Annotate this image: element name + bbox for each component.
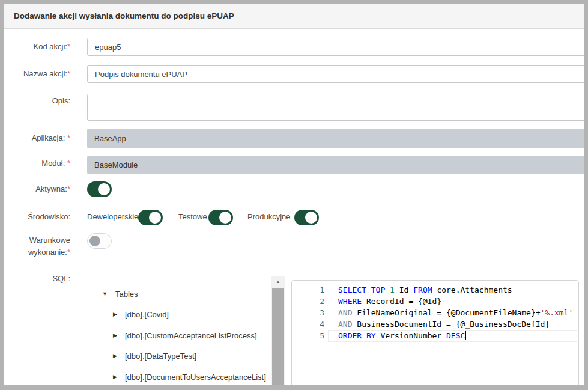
line-number: 5 (292, 330, 324, 341)
dialog-title: Dodawanie akcji wysłania dokumentu do po… (14, 11, 234, 20)
tree-item[interactable]: ▶ [dbo].[DataTypeTest] (0, 352, 270, 362)
code-text: AND FileNameOriginal = {@DocumentFileNam… (338, 307, 573, 318)
scrollbar-thumb[interactable] (272, 288, 284, 386)
warunkowe-label: Warunkowe wykonanie:* (0, 234, 70, 258)
required-mark: * (67, 133, 70, 142)
code-text: WHERE RecordId = {@Id} (338, 296, 441, 307)
testowe-toggle[interactable] (208, 210, 233, 225)
kod-akcji-input[interactable] (87, 38, 588, 56)
line-number: 2 (292, 296, 324, 307)
line-number: 1 (292, 284, 324, 296)
srodowisko-label: Środowisko: (0, 212, 70, 222)
required-mark: * (67, 69, 70, 78)
dialog: Dodawanie akcji wysłania dokumentu do po… (0, 0, 588, 390)
aktywna-label: Aktywna:* (0, 184, 70, 194)
aplikacja-label: Aplikacja: * (0, 133, 70, 143)
expand-arrow-icon[interactable]: ▶ (113, 311, 117, 317)
tree-item-label: Tables (115, 290, 138, 299)
code-text: ORDER BY VersionNumber DESC (338, 330, 466, 341)
tree-item-label: [dbo].[DocumentToUsersAcceptanceList] (125, 373, 266, 382)
modul-input (87, 156, 588, 174)
tree-item[interactable]: ▶ [dbo].[Covid] (0, 310, 270, 320)
scroll-up-button[interactable]: ▲ (271, 276, 285, 286)
tree-item[interactable]: ▶ [dbo].[DocumentToUsersAcceptanceList] (0, 373, 270, 383)
tree-scrollbar[interactable]: ▲ (271, 276, 285, 386)
required-mark: * (67, 42, 70, 51)
tree-item-label: [dbo].[DataTypeTest] (125, 352, 196, 361)
code-lines: 1 SELECT TOP 1 Id FROM core.Attachments … (292, 284, 578, 341)
produkcyjne-toggle[interactable] (294, 210, 319, 225)
opis-textarea[interactable] (87, 94, 588, 121)
tree-item-tables[interactable]: ▼ Tables (0, 290, 270, 300)
tree-item-label: [dbo].[Covid] (125, 310, 169, 319)
tree-item-label: [dbo].[CustomAcceptanceListProcess] (125, 331, 257, 340)
opis-label: Opis: (0, 96, 70, 106)
line-number: 3 (292, 307, 324, 318)
dialog-header: Dodawanie akcji wysłania dokumentu do po… (4, 4, 584, 29)
sql-label: SQL: (0, 274, 70, 284)
deweloperskie-toggle[interactable] (138, 210, 163, 225)
code-text: SELECT TOP 1 Id FROM core.Attachments (338, 284, 512, 296)
aktywna-toggle[interactable] (87, 181, 112, 197)
code-line: 1 SELECT TOP 1 Id FROM core.Attachments (292, 284, 578, 296)
warunkowe-toggle[interactable] (87, 233, 112, 249)
sql-code-editor[interactable]: 1 SELECT TOP 1 Id FROM core.Attachments … (291, 280, 579, 390)
modul-label: Moduł: * (0, 159, 70, 168)
expand-arrow-icon[interactable]: ▶ (113, 332, 117, 338)
collapse-arrow-icon[interactable]: ▼ (102, 291, 108, 297)
line-number: 4 (292, 318, 324, 330)
required-mark: * (67, 248, 70, 257)
kod-akcji-label: Kod akcji:* (0, 42, 70, 52)
testowe-label: Testowe (178, 212, 207, 222)
code-line: 2 WHERE RecordId = {@Id} (292, 296, 578, 307)
code-line: 4 AND BusinessDocumentId = {@_BusinessDo… (292, 318, 578, 330)
scroll-up-icon: ▲ (276, 279, 280, 284)
required-mark: * (67, 184, 70, 193)
aplikacja-input (87, 129, 588, 148)
tree-item[interactable]: ▶ [dbo].[CustomAcceptanceListProcess] (0, 331, 270, 341)
required-mark: * (67, 159, 70, 168)
expand-arrow-icon[interactable]: ▶ (113, 353, 117, 359)
deweloperskie-label: Deweloperskie (87, 212, 138, 222)
nazwa-akcji-input[interactable] (87, 65, 588, 83)
expand-arrow-icon[interactable]: ▶ (113, 374, 117, 380)
nazwa-akcji-label: Nazwa akcji:* (0, 69, 70, 79)
code-line: 5 ORDER BY VersionNumber DESC (292, 330, 578, 341)
text-cursor (465, 331, 466, 340)
code-text: AND BusinessDocumentId = {@_BusinessDocD… (338, 318, 550, 330)
code-line: 3 AND FileNameOriginal = {@DocumentFileN… (292, 307, 578, 318)
produkcyjne-label: Produkcyjne (247, 212, 291, 222)
